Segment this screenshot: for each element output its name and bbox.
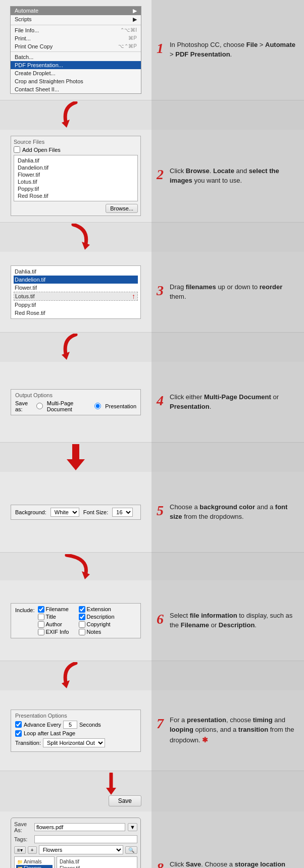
drag-dandelion: Dandelion.tif: [14, 276, 138, 284]
menu-label-print: Print...: [15, 35, 31, 41]
cb-extension-input[interactable]: [79, 606, 85, 613]
advance-label: Advance Every: [24, 722, 61, 728]
font-size-select[interactable]: 16 12 18: [112, 508, 133, 517]
transition-1-2: [0, 100, 304, 130]
browse-button[interactable]: Browse...: [106, 204, 138, 213]
asterisk-marker-7: ✱: [202, 736, 208, 744]
add-open-files-row: Add Open Files: [14, 146, 138, 153]
pres-title: Presentation Options: [15, 713, 136, 719]
arrow-1-2-left: [0, 100, 151, 130]
cb-notes-input[interactable]: [79, 629, 85, 635]
cb-exif-input[interactable]: [38, 629, 44, 635]
cb-author-input[interactable]: [38, 621, 44, 628]
menu-sep-2: [11, 51, 141, 52]
advance-row: Advance Every Seconds: [15, 721, 136, 729]
curved-arrow-6-7: [61, 662, 91, 690]
step-2-left: Source Files Add Open Files Dahlia.tif D…: [0, 130, 151, 223]
transition-3-4: [0, 333, 304, 362]
step-2-right: 2 Click Browse. Locate and select the im…: [151, 130, 304, 223]
folder-select[interactable]: Flowers: [39, 845, 123, 854]
advance-checkbox[interactable]: [15, 721, 22, 728]
file-item-dahlia: Dahlia.tif: [17, 157, 135, 164]
tree-animals: 📁Animals: [16, 858, 53, 865]
save-as-input[interactable]: [34, 823, 125, 831]
transition-select[interactable]: Split Horizontal Out None Blinds Horizon…: [43, 738, 105, 747]
include-label: Include:: [15, 606, 35, 613]
drag-dahlia: Dahlia.tif: [14, 267, 138, 276]
step-4-num-wrap: 4 Click either Multi-Page Document or Pr…: [157, 393, 297, 412]
cb-exif[interactable]: EXIF Info: [38, 629, 74, 635]
arrow-stem-4-5: [72, 444, 79, 459]
step-row-2: Source Files Add Open Files Dahlia.tif D…: [0, 130, 304, 223]
step-row-8: Save As: ▼ Tags: ≡▾ + Flowers 🔍: [0, 811, 304, 868]
tags-input[interactable]: [34, 835, 137, 843]
transition-label: Transition:: [15, 740, 41, 746]
cb-notes[interactable]: Notes: [79, 629, 115, 635]
cb-filename-text: Filename: [46, 606, 69, 612]
loop-checkbox[interactable]: [15, 730, 22, 737]
cb-title[interactable]: Title: [38, 614, 74, 620]
arrow-4-5: [67, 444, 85, 470]
add-open-files-label: Add Open Files: [22, 147, 61, 153]
cb-extension[interactable]: Extension: [79, 606, 115, 613]
step-row-4: Output Options Save as: Multi-Page Docum…: [0, 362, 304, 443]
radio-presentation[interactable]: [94, 403, 101, 409]
arrow-7-8-svg: [96, 773, 126, 795]
step-8-text: Click Save. Choose a storage location an…: [170, 860, 297, 868]
menu-shortcut-fileinfo: ⌃⌥⌘I: [120, 27, 137, 33]
cb-description-input[interactable]: [79, 614, 85, 620]
seconds-label: Seconds: [79, 722, 101, 728]
transition-5-6-right: [151, 553, 304, 580]
cb-copyright[interactable]: Copyright: [79, 621, 115, 628]
file-grid: Dahlia.tif Flower.tif Lotus.tif Red Rose…: [57, 856, 137, 868]
save-button[interactable]: Save: [109, 795, 141, 806]
step-6-right: 6 Select file information to display, su…: [151, 580, 304, 661]
fg-flower: Flower.tif: [59, 865, 135, 868]
step-3-left: Dahlia.tif Dandelion.tif Flower.tif Lotu…: [0, 252, 151, 333]
menu-label-batch: Batch...: [15, 54, 33, 60]
transition-2-3-right: [151, 223, 304, 252]
step-4-right: 4 Click either Multi-Page Document or Pr…: [151, 362, 304, 443]
loop-row: Loop after Last Page: [15, 730, 136, 737]
save-expand-btn[interactable]: ▼: [128, 823, 137, 831]
transition-2-3: [0, 223, 304, 252]
arrow-2-3-left: [0, 223, 151, 252]
step-6-num-wrap: 6 Select file information to display, su…: [157, 611, 297, 630]
menu-arrow: ▶: [133, 8, 137, 14]
curved-arrow-5-6: [61, 554, 91, 579]
view-btn[interactable]: ≡▾: [14, 846, 26, 854]
add-open-files-checkbox[interactable]: [14, 146, 20, 153]
step-4-text: Click either Multi-Page Document or Pres…: [170, 393, 297, 412]
save-dialog-box: Save As: ▼ Tags: ≡▾ + Flowers 🔍: [11, 818, 141, 868]
new-folder-btn[interactable]: +: [28, 846, 37, 854]
drag-flower: Flower.tif: [14, 284, 138, 292]
include-box: Include: Filename Extension Title: [11, 603, 141, 638]
cb-description[interactable]: Description: [79, 614, 115, 620]
menu-item-pdf[interactable]: PDF Presentation...: [11, 61, 141, 69]
menu-label-crop: Crop and Straighten Photos: [15, 78, 83, 84]
menu-label-scripts: Scripts: [15, 16, 32, 23]
curved-arrow-1-2: [61, 101, 91, 129]
output-options-title: Output Options: [15, 392, 136, 398]
seconds-input[interactable]: [63, 721, 77, 729]
cb-author[interactable]: Author: [38, 621, 74, 628]
menu-item-contact: Contact Sheet II...: [11, 85, 141, 93]
menu-item-batch: Batch...: [11, 53, 141, 61]
cb-copyright-input[interactable]: [79, 621, 85, 628]
include-grid: Filename Extension Title Descriptio: [38, 606, 115, 635]
menu-item-scripts: Scripts ▶: [11, 15, 141, 24]
cb-filename[interactable]: Filename: [38, 606, 74, 613]
search-btn[interactable]: 🔍: [125, 846, 137, 854]
transition-4-5-right: [151, 443, 304, 472]
tree-flowers[interactable]: 📁Flowers: [16, 865, 53, 868]
radio-multipage[interactable]: [36, 403, 43, 409]
drag-list: Dahlia.tif Dandelion.tif Flower.tif Lotu…: [11, 265, 141, 319]
menu-shortcut-print: ⌘P: [128, 35, 137, 41]
bg-select[interactable]: White Black Gray: [50, 508, 79, 517]
step-2-num-wrap: 2 Click Browse. Locate and select the im…: [157, 167, 297, 186]
cb-filename-input[interactable]: [38, 606, 44, 613]
menu-label-contact: Contact Sheet II...: [15, 86, 59, 92]
step-7-num-wrap: 7 For a presentation, choose timing and …: [157, 716, 297, 745]
cb-title-input[interactable]: [38, 614, 44, 620]
cb-description-text: Description: [87, 614, 115, 620]
